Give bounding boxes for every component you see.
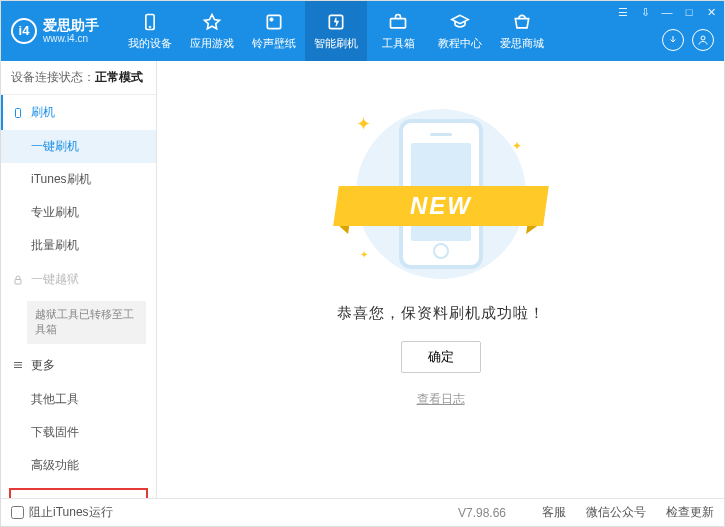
sidebar-item-advanced[interactable]: 高级功能 [1, 449, 156, 482]
more-icon [11, 358, 25, 372]
flash-icon [325, 11, 347, 33]
device-icon [139, 11, 161, 33]
wallpaper-icon [263, 11, 285, 33]
skip-guide-checkbox[interactable]: 跳过向导 [84, 497, 141, 498]
download-button[interactable] [662, 29, 684, 51]
phone-icon [11, 106, 25, 120]
sidebar-section-flash[interactable]: 刷机 [1, 95, 156, 130]
lock-icon [11, 273, 25, 287]
nav-smart-flash[interactable]: 智能刷机 [305, 1, 367, 61]
footer-link-wechat[interactable]: 微信公众号 [586, 504, 646, 521]
minimize-icon[interactable]: ― [660, 5, 674, 19]
flash-options-highlight: 自动激活 跳过向导 [9, 488, 148, 498]
sidebar-item-onekey-flash[interactable]: 一键刷机 [1, 130, 156, 163]
apps-icon [201, 11, 223, 33]
store-icon [511, 11, 533, 33]
app-header: i4 爱思助手 www.i4.cn 我的设备 应用游戏 铃声壁纸 智能刷机 [1, 1, 724, 61]
star-icon: ✦ [512, 139, 522, 153]
svg-point-6 [701, 36, 705, 40]
main-content: NEW ✦ ✦ ✦ 恭喜您，保资料刷机成功啦！ 确定 查看日志 [157, 61, 724, 498]
logo: i4 爱思助手 www.i4.cn [11, 18, 99, 44]
svg-point-1 [149, 26, 151, 28]
app-title: 爱思助手 [43, 18, 99, 33]
success-message: 恭喜您，保资料刷机成功啦！ [337, 304, 545, 323]
lock-icon[interactable]: ⇩ [638, 5, 652, 19]
maximize-icon[interactable]: □ [682, 5, 696, 19]
sidebar-item-download-firmware[interactable]: 下载固件 [1, 416, 156, 449]
nav-toolbox[interactable]: 工具箱 [367, 1, 429, 61]
new-banner: NEW [333, 186, 549, 226]
close-icon[interactable]: ✕ [704, 5, 718, 19]
footer: 阻止iTunes运行 V7.98.66 客服 微信公众号 检查更新 [1, 498, 724, 526]
svg-point-3 [270, 18, 273, 21]
star-icon: ✦ [360, 249, 368, 260]
toolbox-icon [387, 11, 409, 33]
device-status: 设备连接状态：正常模式 [1, 61, 156, 95]
menu-icon[interactable]: ☰ [616, 5, 630, 19]
success-illustration: NEW ✦ ✦ ✦ [326, 101, 556, 286]
tutorial-icon [449, 11, 471, 33]
nav-my-device[interactable]: 我的设备 [119, 1, 181, 61]
star-icon: ✦ [356, 113, 371, 135]
sidebar-item-batch-flash[interactable]: 批量刷机 [1, 229, 156, 262]
svg-rect-5 [391, 19, 406, 28]
footer-link-update[interactable]: 检查更新 [666, 504, 714, 521]
block-itunes-label: 阻止iTunes运行 [29, 504, 113, 521]
nav-store[interactable]: 爱思商城 [491, 1, 553, 61]
block-itunes-checkbox[interactable] [11, 506, 24, 519]
jailbreak-note: 越狱工具已转移至工具箱 [27, 301, 146, 344]
svg-rect-8 [15, 279, 21, 284]
nav-apps-games[interactable]: 应用游戏 [181, 1, 243, 61]
sidebar-section-more[interactable]: 更多 [1, 348, 156, 383]
sidebar-item-other-tools[interactable]: 其他工具 [1, 383, 156, 416]
footer-link-support[interactable]: 客服 [542, 504, 566, 521]
nav-tutorials[interactable]: 教程中心 [429, 1, 491, 61]
svg-rect-7 [16, 108, 21, 117]
view-log-link[interactable]: 查看日志 [417, 391, 465, 408]
sidebar-section-jailbreak[interactable]: 一键越狱 [1, 262, 156, 297]
confirm-button[interactable]: 确定 [401, 341, 481, 373]
sidebar: 设备连接状态：正常模式 刷机 一键刷机 iTunes刷机 专业刷机 批量刷机 一… [1, 61, 157, 498]
logo-icon: i4 [11, 18, 37, 44]
top-nav: 我的设备 应用游戏 铃声壁纸 智能刷机 工具箱 教程中心 [119, 1, 553, 61]
svg-rect-2 [267, 15, 280, 28]
nav-ringtone-wallpaper[interactable]: 铃声壁纸 [243, 1, 305, 61]
window-controls: ☰ ⇩ ― □ ✕ [616, 5, 718, 19]
sidebar-item-itunes-flash[interactable]: iTunes刷机 [1, 163, 156, 196]
user-button[interactable] [692, 29, 714, 51]
version-label: V7.98.66 [458, 506, 506, 520]
sidebar-item-pro-flash[interactable]: 专业刷机 [1, 196, 156, 229]
app-subtitle: www.i4.cn [43, 33, 99, 44]
